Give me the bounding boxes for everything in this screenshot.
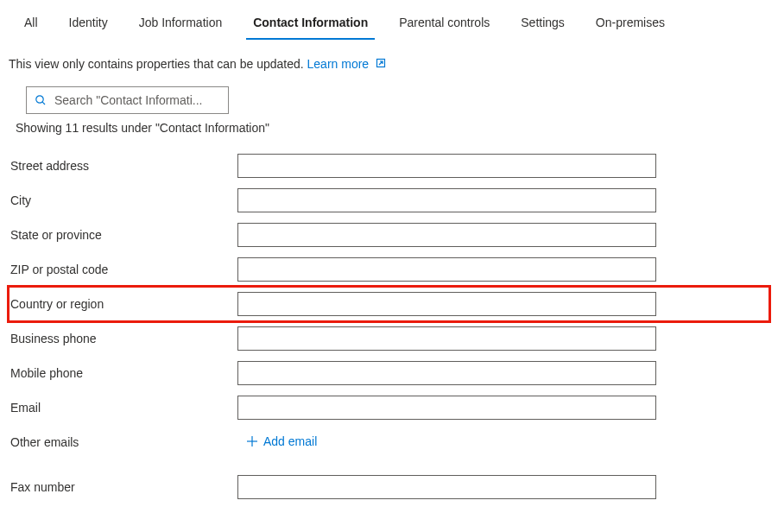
input-street-address[interactable] (237, 154, 656, 178)
row-street-address: Street address (9, 149, 769, 183)
hint-row: This view only contains properties that … (0, 40, 778, 71)
label-zip: ZIP or postal code (9, 263, 237, 276)
row-city: City (9, 183, 769, 218)
tab-settings[interactable]: Settings (505, 7, 580, 40)
search-icon (34, 93, 47, 107)
tab-parental-controls[interactable]: Parental controls (383, 7, 505, 40)
row-zip: ZIP or postal code (9, 252, 769, 287)
tab-contact-information[interactable]: Contact Information (237, 7, 383, 40)
label-mobile-phone: Mobile phone (9, 366, 237, 380)
label-state: State or province (9, 228, 237, 242)
svg-point-1 (36, 96, 43, 103)
tab-identity[interactable]: Identity (54, 7, 123, 40)
label-email: Email (9, 401, 237, 415)
tab-job-information[interactable]: Job Information (123, 7, 238, 40)
input-business-phone[interactable] (237, 326, 656, 351)
label-other-emails: Other emails (9, 435, 237, 449)
input-zip[interactable] (237, 257, 656, 282)
learn-more-link[interactable]: Learn more (307, 57, 386, 71)
input-country[interactable] (237, 292, 656, 316)
plus-icon (246, 435, 258, 447)
row-fax: Fax number (9, 470, 769, 504)
label-street-address: Street address (9, 159, 237, 173)
hint-text: This view only contains properties that … (9, 57, 307, 71)
tab-on-premises[interactable]: On-premises (580, 7, 680, 40)
input-fax[interactable] (237, 475, 656, 499)
external-link-icon (376, 57, 386, 71)
search-input[interactable] (54, 93, 221, 107)
svg-line-2 (42, 102, 45, 104)
label-fax: Fax number (9, 480, 237, 494)
input-state[interactable] (237, 223, 656, 247)
form: Street address City State or province ZI… (0, 138, 778, 504)
search-row (0, 71, 778, 114)
results-count-text: Showing 11 results under "Contact Inform… (0, 114, 778, 138)
tab-all[interactable]: All (9, 7, 54, 40)
add-email-button[interactable]: Add email (237, 434, 317, 448)
row-business-phone: Business phone (9, 321, 769, 356)
input-email[interactable] (237, 396, 656, 420)
label-business-phone: Business phone (9, 332, 237, 345)
label-country: Country or region (9, 297, 237, 311)
row-other-emails: Other emails Add email (9, 425, 769, 459)
row-country: Country or region (9, 287, 769, 321)
row-mobile-phone: Mobile phone (9, 356, 769, 390)
input-mobile-phone[interactable] (237, 361, 656, 385)
add-email-label: Add email (263, 434, 317, 448)
label-city: City (9, 193, 237, 207)
learn-more-text: Learn more (307, 57, 370, 71)
tabs-bar: All Identity Job Information Contact Inf… (0, 0, 778, 40)
row-state: State or province (9, 218, 769, 252)
search-box[interactable] (26, 86, 229, 114)
input-city[interactable] (237, 188, 656, 212)
row-email: Email (9, 390, 769, 425)
